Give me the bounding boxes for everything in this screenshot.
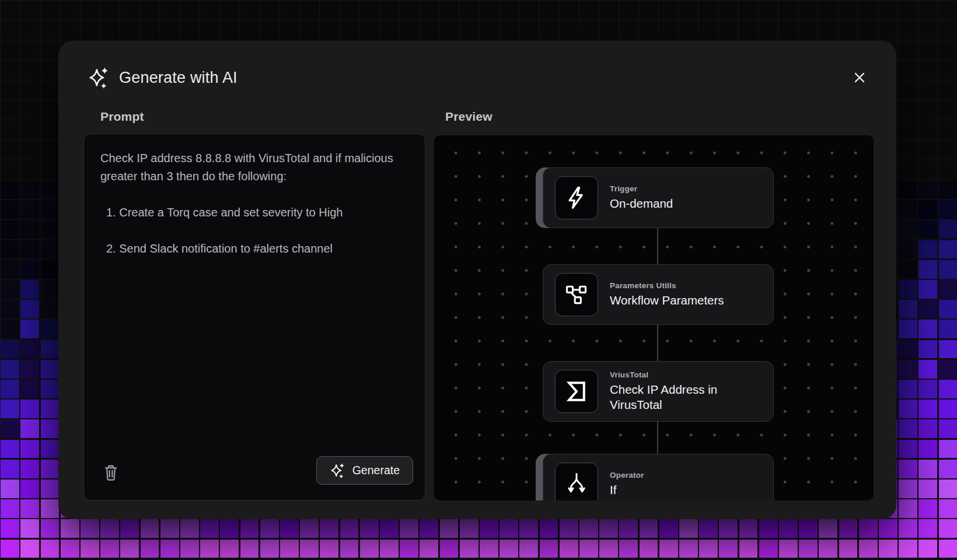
branch-split-icon xyxy=(555,463,598,501)
clear-prompt-button[interactable] xyxy=(99,461,123,485)
workflow-node-virustotal[interactable]: VriusTotal Check IP Address in VirusTota… xyxy=(543,361,774,422)
workflow-connector-line xyxy=(657,217,658,468)
prompt-paragraph: Check IP address 8.8.8.8 with VirusTotal… xyxy=(100,149,395,186)
generate-button[interactable]: Generate xyxy=(316,456,413,485)
prompt-textarea[interactable]: Check IP address 8.8.8.8 with VirusTotal… xyxy=(83,134,425,501)
prompt-label: Prompt xyxy=(100,110,144,124)
sparkles-icon xyxy=(330,463,345,478)
node-title: Workflow Parameters xyxy=(610,293,724,308)
sparkles-icon xyxy=(88,66,110,89)
node-title: Check IP Address in VirusTotal xyxy=(610,382,756,412)
prompt-list-item: 1. Create a Torq case and set severity t… xyxy=(100,204,411,222)
close-icon xyxy=(853,71,866,84)
prompt-list-item: 2. Send Slack notification to #alerts ch… xyxy=(100,240,411,258)
workflow-preview-canvas[interactable]: Trigger On-demand Parameters Utills Wo xyxy=(434,135,874,501)
virustotal-icon xyxy=(555,370,598,413)
node-category: Parameters Utills xyxy=(610,281,724,290)
modal-header: Generate with AI xyxy=(88,66,237,89)
node-title: On-demand xyxy=(610,196,673,211)
generate-button-label: Generate xyxy=(352,464,400,477)
node-category: Trigger xyxy=(610,184,673,193)
preview-label: Preview xyxy=(445,110,493,124)
close-button[interactable] xyxy=(850,68,869,88)
workflow-node-parameters[interactable]: Parameters Utills Workflow Parameters xyxy=(543,264,774,325)
node-category: Operator xyxy=(610,471,644,480)
desktop-background: Generate with AI Prompt Preview Check IP… xyxy=(0,0,957,560)
workflow-node-trigger[interactable]: Trigger On-demand xyxy=(543,167,774,228)
node-title: If xyxy=(610,482,644,498)
lightning-bolt-icon xyxy=(555,176,598,219)
modal-title: Generate with AI xyxy=(119,69,237,87)
node-category: VriusTotal xyxy=(610,370,756,379)
prompt-text: Check IP address 8.8.8.8 with VirusTotal… xyxy=(100,149,411,258)
workflow-graph-icon xyxy=(555,273,598,316)
trash-icon xyxy=(103,462,119,484)
workflow-node-if[interactable]: Operator If xyxy=(543,454,774,501)
generate-with-ai-modal: Generate with AI Prompt Preview Check IP… xyxy=(58,41,896,519)
